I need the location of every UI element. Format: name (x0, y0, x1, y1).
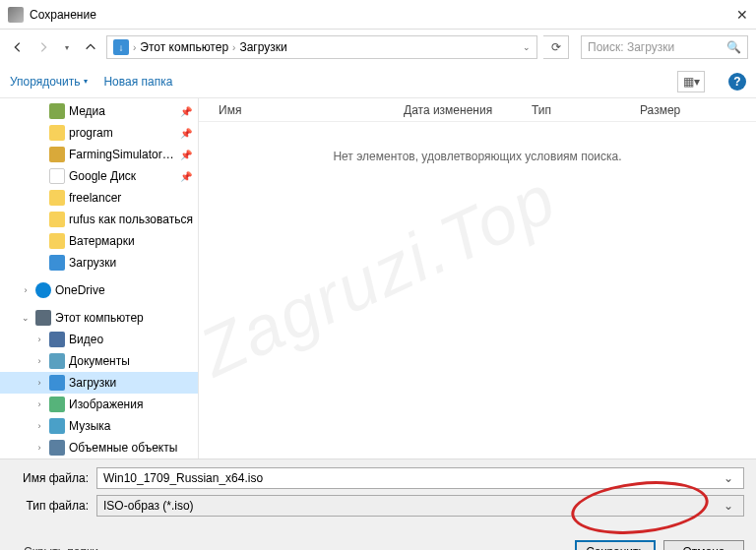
folder-icon (49, 233, 65, 249)
gdrive-icon (49, 168, 65, 184)
dialog-body: Медиа📌program📌FarmingSimulator2019📌Googl… (0, 98, 756, 458)
tree-item[interactable]: ›Изображения (0, 394, 198, 415)
save-fields: Имя файла: Win10_1709_Russian_x64.iso ⌄ … (0, 458, 756, 530)
chevron-down-icon[interactable]: ⌄ (523, 42, 531, 52)
expand-icon[interactable]: ⌄ (20, 313, 32, 323)
search-placeholder: Поиск: Загрузки (588, 40, 726, 54)
breadcrumb-segment[interactable]: Загрузки (239, 40, 286, 54)
folder-dk-icon (49, 147, 65, 162)
hide-folders-toggle[interactable]: ⌄ Скрыть папки (12, 545, 98, 550)
tree-item-label: Документы (69, 354, 198, 368)
tree-item[interactable]: Загрузки (0, 252, 198, 274)
tree-item-label: freelancer (69, 191, 198, 205)
tree-item[interactable]: ›Видео (0, 329, 198, 350)
column-date[interactable]: Дата изменения (396, 103, 524, 117)
hide-folders-label: Скрыть папки (24, 545, 98, 550)
file-name-label: Имя файла: (12, 471, 96, 485)
folder-icon (49, 190, 65, 206)
folder-icon (49, 212, 65, 227)
file-pane: Имя Дата изменения Тип Размер Нет элемен… (199, 98, 756, 458)
expand-icon[interactable]: › (33, 356, 45, 366)
cloud-icon (35, 282, 51, 298)
tree-item-label: Изображения (69, 397, 198, 411)
help-button[interactable]: ? (728, 73, 746, 91)
3d-icon (49, 440, 65, 456)
expand-icon[interactable]: › (33, 443, 45, 453)
chevron-down-icon[interactable]: ⌄ (720, 499, 737, 513)
close-button[interactable]: ✕ (709, 7, 748, 23)
video-icon (49, 332, 65, 347)
refresh-button[interactable]: ⟳ (543, 35, 569, 59)
tree-item[interactable]: ›Музыка (0, 415, 198, 437)
img-icon (49, 397, 65, 412)
tree-item[interactable]: program📌 (0, 122, 198, 144)
breadcrumb-segment[interactable]: Этот компьютер (140, 40, 228, 54)
column-size[interactable]: Размер (632, 103, 721, 117)
column-type[interactable]: Тип (524, 103, 632, 117)
column-name[interactable]: Имя (199, 103, 396, 117)
file-type-select[interactable]: ISO-образ (*.iso) ⌄ (96, 495, 744, 517)
nav-back-button[interactable] (8, 37, 28, 57)
address-bar-row: ▾ ↓ › Этот компьютер › Загрузки ⌄ ⟳ Поис… (0, 30, 756, 65)
pin-icon: 📌 (180, 171, 192, 182)
tree-item-label: Музыка (69, 419, 198, 433)
expand-icon[interactable]: › (33, 399, 45, 409)
expand-icon[interactable]: › (33, 335, 45, 344)
tree-item[interactable]: FarmingSimulator2019📌 (0, 144, 198, 165)
chevron-right-icon: › (232, 42, 235, 53)
nav-tree: Медиа📌program📌FarmingSimulator2019📌Googl… (0, 98, 199, 458)
tree-item-label: OneDrive (55, 283, 198, 297)
nav-forward-button[interactable] (33, 37, 53, 57)
tree-item[interactable]: ⌄Этот компьютер (0, 307, 198, 329)
tree-item-label: Видео (69, 333, 198, 346)
tree-item-label: Ватермарки (69, 234, 198, 248)
tree-item-label: Загрузки (69, 376, 198, 390)
chevron-down-icon[interactable]: ⌄ (720, 471, 737, 485)
tree-item[interactable]: rufus как пользоваться (0, 209, 198, 230)
tree-item[interactable]: freelancer (0, 187, 198, 209)
column-headers: Имя Дата изменения Тип Размер (199, 98, 756, 122)
nav-history-dropdown[interactable]: ▾ (59, 39, 75, 55)
chevron-down-icon: ▾ (84, 77, 88, 86)
new-folder-button[interactable]: Новая папка (103, 75, 172, 89)
tree-item-label: Этот компьютер (55, 311, 198, 325)
expand-icon[interactable]: › (33, 421, 45, 431)
tree-item[interactable]: ›OneDrive (0, 279, 198, 301)
expand-icon[interactable]: › (20, 285, 32, 295)
tree-item-label: Google Диск (69, 169, 176, 183)
toolbar: Упорядочить ▾ Новая папка ▦▾ ? (0, 65, 756, 98)
file-type-label: Тип файла: (12, 499, 96, 513)
tree-item-label: FarmingSimulator2019 (69, 148, 176, 161)
file-name-value: Win10_1709_Russian_x64.iso (103, 471, 720, 485)
tree-item[interactable]: Google Диск📌 (0, 165, 198, 187)
save-button[interactable]: Сохранить (575, 540, 656, 550)
search-icon: 🔍 (726, 40, 741, 54)
file-name-input[interactable]: Win10_1709_Russian_x64.iso ⌄ (96, 467, 744, 489)
search-input[interactable]: Поиск: Загрузки 🔍 (581, 35, 748, 59)
app-icon (8, 7, 24, 23)
tree-item[interactable]: ›Документы (0, 350, 198, 372)
chevron-right-icon: › (133, 42, 136, 53)
cancel-button[interactable]: Отмена (663, 540, 744, 550)
organize-menu[interactable]: Упорядочить ▾ (10, 75, 88, 89)
music-icon (49, 418, 65, 434)
nav-up-button[interactable] (81, 37, 100, 57)
pin-icon: 📌 (180, 150, 192, 160)
tree-item-label: Медиа (69, 104, 176, 118)
address-bar[interactable]: ↓ › Этот компьютер › Загрузки ⌄ (106, 35, 537, 59)
tree-item-label: Объемные объекты (69, 441, 198, 455)
pc-icon (35, 310, 51, 326)
file-type-value: ISO-образ (*.iso) (103, 499, 720, 513)
tree-item[interactable]: Ватермарки (0, 230, 198, 252)
view-options-button[interactable]: ▦▾ (677, 71, 705, 92)
tree-item[interactable]: ›Загрузки (0, 372, 198, 394)
tree-item[interactable]: Медиа📌 (0, 100, 198, 122)
expand-icon[interactable]: › (33, 378, 45, 388)
organize-label: Упорядочить (10, 75, 80, 89)
tree-item-label: Загрузки (69, 256, 198, 270)
pin-icon: 📌 (180, 106, 192, 117)
dl-icon (49, 255, 65, 271)
folder-icon (49, 125, 65, 141)
footer: ⌄ Скрыть папки Сохранить Отмена (0, 530, 756, 550)
tree-item[interactable]: ›Объемные объекты (0, 437, 198, 458)
